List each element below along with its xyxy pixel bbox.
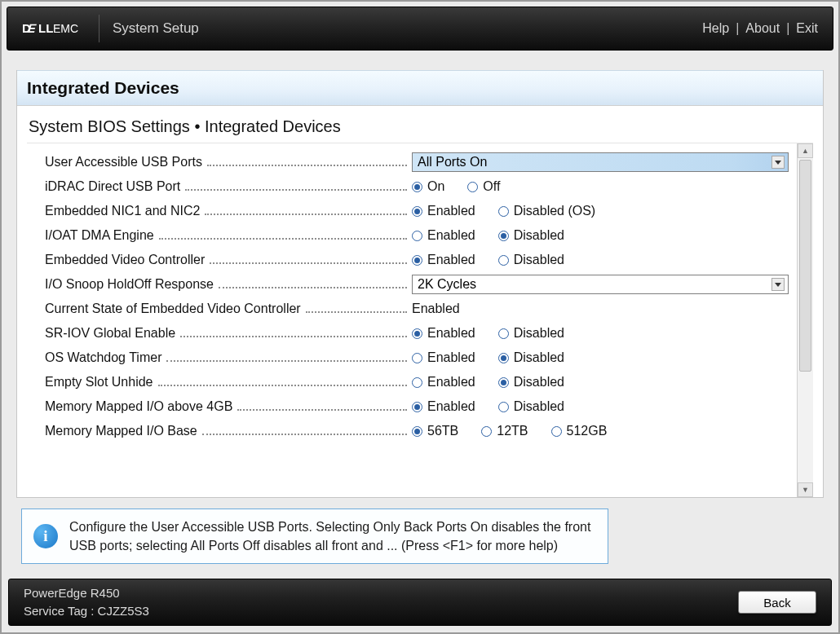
video-disabled-radio[interactable]: Disabled bbox=[498, 253, 564, 267]
mmio-base-56tb-radio[interactable]: 56TB bbox=[412, 424, 458, 438]
page-title: Integrated Devices bbox=[17, 70, 823, 106]
video-state-value: Enabled bbox=[412, 302, 460, 316]
watchdog-enabled-radio[interactable]: Enabled bbox=[412, 350, 475, 365]
mmio-base-12tb-radio[interactable]: 12TB bbox=[481, 424, 528, 438]
empty-slot-disabled-radio[interactable]: Disabled bbox=[498, 375, 564, 390]
mmio4gb-disabled-radio[interactable]: Disabled bbox=[498, 399, 564, 414]
brand-logo: D E LL EMC bbox=[22, 15, 99, 42]
separator: | bbox=[786, 21, 789, 36]
label-empty-slot: Empty Slot Unhide bbox=[45, 375, 153, 390]
content-area: Integrated Devices System BIOS Settings … bbox=[16, 70, 824, 498]
settings-list: User Accessible USB Ports All Ports On i… bbox=[27, 143, 797, 497]
io-snoop-value: 2K Cycles bbox=[418, 277, 476, 292]
label-video-state: Current State of Embedded Video Controll… bbox=[45, 302, 301, 316]
label-mmio-base: Memory Mapped I/O Base bbox=[45, 424, 197, 438]
scroll-thumb[interactable] bbox=[799, 160, 811, 372]
sriov-disabled-radio[interactable]: Disabled bbox=[498, 326, 564, 341]
service-tag-label: Service Tag : bbox=[24, 604, 94, 618]
chevron-down-icon bbox=[771, 156, 785, 169]
help-link[interactable]: Help bbox=[702, 21, 729, 36]
empty-slot-enabled-radio[interactable]: Enabled bbox=[412, 375, 475, 390]
svg-text:LL: LL bbox=[38, 21, 53, 35]
label-sriov: SR-IOV Global Enable bbox=[45, 326, 175, 341]
ioat-enabled-radio[interactable]: Enabled bbox=[412, 228, 475, 243]
ioat-disabled-radio[interactable]: Disabled bbox=[498, 228, 564, 243]
app-title: System Setup bbox=[113, 20, 199, 37]
service-tag-value: CJZZ5S3 bbox=[98, 604, 149, 618]
mmio-base-512gb-radio[interactable]: 512GB bbox=[551, 424, 608, 438]
scroll-down-icon[interactable]: ▼ bbox=[798, 482, 813, 497]
label-io-snoop: I/O Snoop HoldOff Response bbox=[45, 277, 214, 292]
watchdog-disabled-radio[interactable]: Disabled bbox=[498, 350, 564, 365]
system-model: PowerEdge R450 bbox=[24, 584, 149, 602]
help-text: Configure the User Accessible USB Ports.… bbox=[69, 517, 596, 555]
usb-ports-dropdown[interactable]: All Ports On bbox=[412, 152, 789, 172]
label-watchdog: OS Watchdog Timer bbox=[45, 350, 161, 365]
label-mmio4gb: Memory Mapped I/O above 4GB bbox=[45, 399, 232, 414]
footer-bar: PowerEdge R450 Service Tag : CJZZ5S3 Bac… bbox=[8, 579, 832, 626]
mmio4gb-enabled-radio[interactable]: Enabled bbox=[412, 399, 475, 414]
idrac-usb-off-radio[interactable]: Off bbox=[467, 179, 500, 194]
svg-text:EMC: EMC bbox=[53, 22, 78, 35]
separator: | bbox=[736, 21, 739, 36]
back-button[interactable]: Back bbox=[738, 591, 816, 614]
video-enabled-radio[interactable]: Enabled bbox=[412, 253, 475, 267]
label-idrac-usb: iDRAC Direct USB Port bbox=[45, 179, 180, 194]
info-icon: i bbox=[33, 524, 58, 548]
vertical-scrollbar[interactable]: ▲ ▼ bbox=[797, 143, 813, 497]
label-embedded-nic: Embedded NIC1 and NIC2 bbox=[45, 204, 200, 218]
about-link[interactable]: About bbox=[745, 21, 780, 36]
label-usb-ports: User Accessible USB Ports bbox=[45, 155, 202, 170]
breadcrumb: System BIOS Settings • Integrated Device… bbox=[27, 112, 813, 143]
sriov-enabled-radio[interactable]: Enabled bbox=[412, 326, 475, 341]
chevron-down-icon bbox=[771, 278, 785, 291]
idrac-usb-on-radio[interactable]: On bbox=[412, 179, 444, 194]
nic-disabled-radio[interactable]: Disabled (OS) bbox=[498, 204, 595, 218]
io-snoop-dropdown[interactable]: 2K Cycles bbox=[412, 275, 789, 294]
label-video-ctrl: Embedded Video Controller bbox=[45, 253, 205, 267]
label-ioat: I/OAT DMA Engine bbox=[45, 228, 154, 243]
exit-link[interactable]: Exit bbox=[796, 21, 818, 36]
top-bar: D E LL EMC System Setup Help | About | E… bbox=[7, 7, 833, 51]
help-box: i Configure the User Accessible USB Port… bbox=[21, 509, 608, 564]
nic-enabled-radio[interactable]: Enabled bbox=[412, 204, 475, 218]
usb-ports-value: All Ports On bbox=[418, 155, 487, 170]
scroll-up-icon[interactable]: ▲ bbox=[798, 143, 813, 158]
